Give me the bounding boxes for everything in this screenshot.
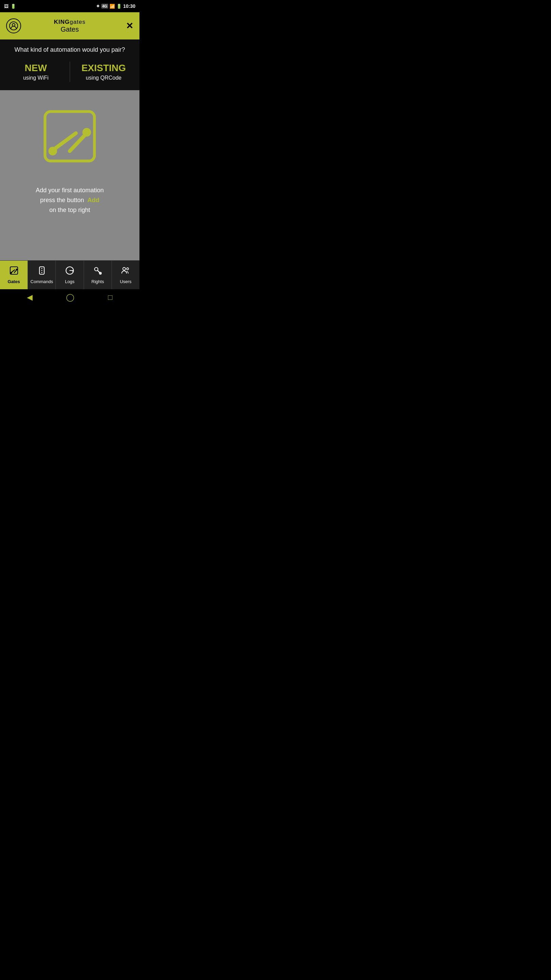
nav-gates[interactable]: Gates <box>0 261 28 289</box>
battery-add-icon: 🔋 <box>11 4 16 9</box>
main-content: Add your first automation press the butt… <box>0 90 140 260</box>
commands-label: Commands <box>30 279 53 284</box>
svg-point-11 <box>16 269 17 270</box>
status-bar: 🖼 🔋 ✦ 4G 📶 🔋 10:30 <box>0 0 140 12</box>
svg-point-4 <box>48 147 57 155</box>
instructions-line1: Add your first automation <box>36 185 104 195</box>
pairing-options: NEW using WiFi EXISTING using QRCode <box>5 62 134 82</box>
users-label: Users <box>120 279 131 284</box>
instructions-line2: press the button Add <box>36 195 104 205</box>
svg-point-1 <box>12 24 15 26</box>
system-nav: ◀ ◯ □ <box>0 289 140 305</box>
svg-point-21 <box>127 268 129 270</box>
nav-logs[interactable]: Logs <box>56 261 84 289</box>
svg-point-13 <box>41 268 42 269</box>
rights-icon <box>93 266 102 277</box>
gates-label: Gates <box>8 279 20 284</box>
svg-point-10 <box>10 272 12 274</box>
gate-icon-wrapper <box>36 104 104 172</box>
logs-label: Logs <box>65 279 75 284</box>
bluetooth-icon: ✦ <box>96 3 100 9</box>
pairing-divider <box>70 62 70 82</box>
existing-option-sub: using QRCode <box>73 75 134 81</box>
gate-illustration <box>36 104 104 172</box>
header-title: Gates <box>21 25 118 33</box>
instructions-line3: on the top right <box>36 205 104 215</box>
status-right: ✦ 4G 📶 🔋 10:30 <box>96 3 136 9</box>
photo-icon: 🖼 <box>4 4 8 9</box>
pairing-question: What kind of automation would you pair? <box>5 46 134 53</box>
instructions: Add your first automation press the butt… <box>36 185 104 215</box>
add-highlight: Add <box>87 197 99 204</box>
battery-icon: 🔋 <box>116 4 122 9</box>
status-time: 10:30 <box>123 3 135 9</box>
svg-point-6 <box>82 128 91 137</box>
status-left: 🖼 🔋 <box>4 4 16 9</box>
users-icon <box>121 266 130 277</box>
signal-icon: 📶 <box>110 4 115 9</box>
existing-option-title: EXISTING <box>73 63 134 73</box>
network-label: 4G <box>102 4 108 8</box>
brand-name: KINGGates <box>21 19 118 25</box>
logs-icon <box>65 266 75 277</box>
pairing-section: What kind of automation would you pair? … <box>0 40 140 90</box>
home-button[interactable]: ◯ <box>66 293 75 302</box>
recents-button[interactable]: □ <box>108 293 113 302</box>
header-logo: KINGGates Gates <box>21 19 118 33</box>
existing-option[interactable]: EXISTING using QRCode <box>73 63 134 81</box>
back-button[interactable]: ◀ <box>27 293 33 302</box>
new-option-title: NEW <box>5 63 66 73</box>
commands-icon <box>37 266 47 277</box>
new-option-sub: using WiFi <box>5 75 66 81</box>
nav-users[interactable]: Users <box>112 261 140 289</box>
svg-point-14 <box>41 270 42 271</box>
app-header: KINGGates Gates ✕ <box>0 12 140 40</box>
nav-commands[interactable]: Commands <box>28 261 56 289</box>
svg-point-15 <box>41 272 42 273</box>
bottom-nav: Gates Commands Logs <box>0 260 140 289</box>
nav-rights[interactable]: Rights <box>84 261 112 289</box>
svg-point-20 <box>123 267 125 270</box>
close-button[interactable]: ✕ <box>118 21 133 31</box>
gates-icon <box>9 266 19 277</box>
avatar-button[interactable] <box>6 18 21 33</box>
rights-label: Rights <box>92 279 104 284</box>
new-option[interactable]: NEW using WiFi <box>5 63 66 81</box>
